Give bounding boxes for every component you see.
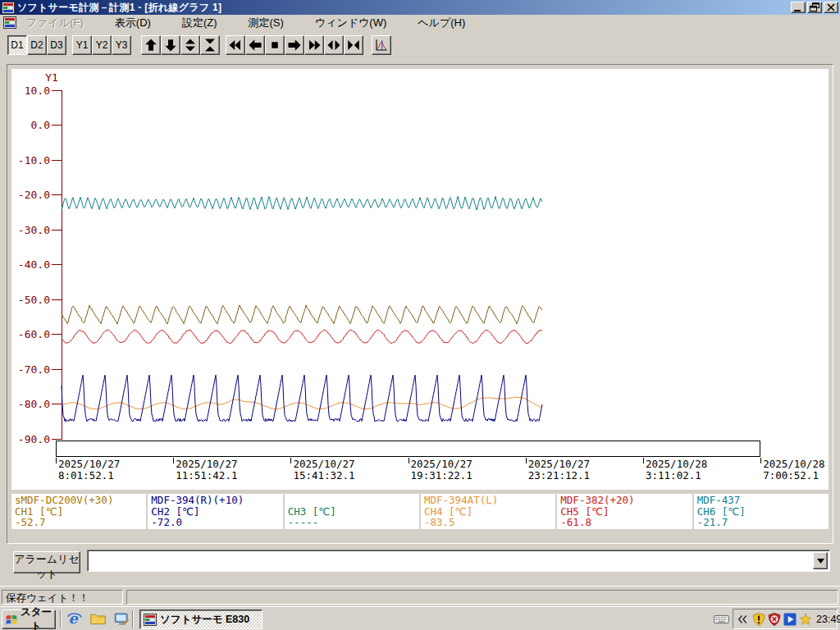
app-icon bbox=[144, 614, 157, 626]
toolbar-button-arrow-left[interactable] bbox=[245, 35, 265, 55]
toolbar-button-y2[interactable]: Y2 bbox=[92, 35, 112, 55]
taskbar-app-label: ソフトサーモ E830 bbox=[160, 613, 249, 627]
svg-text:2025/10/27: 2025/10/27 bbox=[411, 458, 472, 470]
menu-ウィンドウW[interactable]: ウィンドウ(W) bbox=[312, 14, 390, 32]
legend-value: ----- bbox=[288, 517, 416, 528]
menu-bar: ファイル(F)表示(D)設定(Z)測定(S)ウィンドウ(W)ヘルプ(H) bbox=[0, 15, 840, 31]
arrow-left-icon bbox=[248, 38, 262, 52]
menu-測定S[interactable]: 測定(S) bbox=[244, 14, 286, 32]
close-icon bbox=[825, 2, 837, 12]
tray-icons bbox=[736, 612, 813, 627]
toolbar-group: D1D2D3 bbox=[7, 35, 66, 55]
shield-error-icon[interactable] bbox=[767, 612, 782, 627]
collapse-vertical-icon bbox=[203, 38, 217, 52]
taskbar-app-button[interactable]: ソフトサーモ E830 bbox=[139, 609, 262, 629]
svg-text:-60.0: -60.0 bbox=[18, 328, 50, 340]
svg-text:2025/10/27: 2025/10/27 bbox=[58, 458, 120, 470]
menu-ヘルプH[interactable]: ヘルプ(H) bbox=[414, 14, 468, 32]
chevron-down-icon bbox=[817, 559, 824, 564]
toolbar-button-d1[interactable]: D1 bbox=[7, 35, 27, 55]
toolbar-button-collapse-vertical[interactable] bbox=[200, 35, 220, 55]
legend-cell-ch1: sMDF-DC200V(+30)CH1 [℃]-52.7 bbox=[11, 494, 146, 529]
minimize-icon bbox=[794, 10, 801, 11]
toolbar: D1D2D3Y1Y2Y3 bbox=[0, 31, 840, 59]
start-button[interactable]: スタート bbox=[2, 609, 56, 629]
legend-title: MDF-394AT(L) bbox=[424, 495, 552, 506]
series-ch2 bbox=[62, 375, 542, 422]
toolbar-button-d3[interactable]: D3 bbox=[47, 35, 66, 55]
taskbar: スタート e ソフトサーモ E830 23:49 bbox=[0, 606, 840, 630]
combo-dropdown-button[interactable] bbox=[813, 552, 828, 569]
star-icon[interactable] bbox=[798, 612, 813, 627]
restore-button[interactable] bbox=[807, 2, 822, 13]
double-right-icon bbox=[307, 38, 322, 52]
svg-text:23:21:12.1: 23:21:12.1 bbox=[528, 469, 590, 482]
folder-icon[interactable] bbox=[89, 610, 107, 628]
legend-channel: CH5 [℃] bbox=[560, 506, 688, 518]
stop-square-icon bbox=[267, 38, 282, 52]
svg-text:-10.0: -10.0 bbox=[18, 154, 50, 167]
keyboard-icon[interactable] bbox=[713, 611, 730, 628]
toolbar-button-double-right[interactable] bbox=[304, 35, 324, 55]
svg-text:-90.0: -90.0 bbox=[18, 433, 50, 445]
alarm-combobox[interactable] bbox=[87, 550, 830, 572]
double-left-icon bbox=[228, 38, 243, 52]
minimize-button[interactable] bbox=[791, 2, 806, 13]
legend-title bbox=[288, 495, 416, 506]
internet-explorer-icon[interactable]: e bbox=[66, 610, 83, 628]
status-panel-right bbox=[126, 590, 838, 605]
document-icon[interactable] bbox=[3, 16, 16, 30]
toolbar-button-arrow-up[interactable] bbox=[141, 35, 161, 55]
toolbar-button-double-left[interactable] bbox=[226, 35, 245, 55]
toolbar-button-expand-horizontal[interactable] bbox=[324, 35, 344, 55]
media-play-icon[interactable] bbox=[783, 612, 797, 627]
legend-cell-ch2: MDF-394(R)(+10)CH2 [℃]-72.0 bbox=[148, 494, 282, 529]
toolbar-button-stop-square[interactable] bbox=[265, 35, 285, 55]
arrow-up-icon bbox=[144, 38, 158, 52]
series-ch4 bbox=[62, 397, 542, 409]
taskbar-divider bbox=[132, 610, 134, 628]
toolbar-button-d2[interactable]: D2 bbox=[27, 35, 47, 55]
show-desktop-icon[interactable] bbox=[113, 610, 130, 628]
windows-logo-icon bbox=[5, 613, 18, 626]
legend-value: -83.5 bbox=[424, 517, 552, 528]
series-ch6 bbox=[62, 196, 542, 210]
close-button[interactable] bbox=[824, 2, 838, 13]
shield-warning-icon[interactable] bbox=[751, 612, 766, 627]
svg-text:11:51:42.1: 11:51:42.1 bbox=[176, 469, 237, 482]
svg-text:-40.0: -40.0 bbox=[18, 258, 50, 271]
toolbar-group: Y1Y2Y3 bbox=[72, 35, 131, 55]
svg-text:2025/10/27: 2025/10/27 bbox=[293, 458, 354, 470]
toolbar-button-expand-vertical[interactable] bbox=[180, 35, 200, 55]
series-ch1 bbox=[62, 305, 542, 324]
menu-ファイルF: ファイル(F) bbox=[23, 14, 87, 32]
chevron-left-icon[interactable] bbox=[736, 612, 751, 627]
toolbar-button-y3[interactable]: Y3 bbox=[112, 35, 131, 55]
collapse-horizontal-icon bbox=[346, 38, 361, 52]
toolbar-button-arrow-down[interactable] bbox=[161, 35, 180, 55]
legend-channel: CH3 [℃] bbox=[288, 506, 416, 518]
legend-value: -61.8 bbox=[560, 517, 688, 528]
toolbar-button-y1[interactable]: Y1 bbox=[72, 35, 92, 55]
menu-設定Z[interactable]: 設定(Z) bbox=[179, 14, 221, 32]
app-icon bbox=[2, 2, 15, 13]
alarm-reset-button[interactable]: アラームリセット bbox=[13, 551, 80, 573]
legend-cell-ch5: MDF-382(+20)CH5 [℃]-61.8 bbox=[557, 494, 692, 529]
toolbar-button-arrow-right[interactable] bbox=[285, 35, 304, 55]
series-ch5 bbox=[62, 330, 542, 344]
svg-text:2025/10/27: 2025/10/27 bbox=[176, 458, 237, 470]
toolbar-group bbox=[226, 35, 363, 55]
toolbar-button-graph-settings[interactable] bbox=[372, 35, 391, 55]
title-bar: ソフトサーモ計測－計測1 - [折れ線グラフ 1] bbox=[0, 0, 840, 15]
arrow-right-icon bbox=[287, 38, 302, 52]
svg-text:2025/10/28: 2025/10/28 bbox=[646, 458, 707, 470]
menu-表示D[interactable]: 表示(D) bbox=[112, 14, 154, 32]
svg-text:Y1: Y1 bbox=[45, 71, 58, 84]
status-message: 保存ウェイト！！ bbox=[2, 590, 123, 605]
svg-text:3:11:02.1: 3:11:02.1 bbox=[646, 469, 701, 482]
svg-text:-80.0: -80.0 bbox=[18, 398, 50, 410]
legend-channel: CH6 [℃] bbox=[697, 506, 825, 518]
toolbar-button-collapse-horizontal[interactable] bbox=[344, 35, 363, 55]
combo-value[interactable] bbox=[89, 552, 812, 569]
screen: ソフトサーモ計測－計測1 - [折れ線グラフ 1] ファイル(F)表示(D)設定… bbox=[0, 0, 840, 630]
